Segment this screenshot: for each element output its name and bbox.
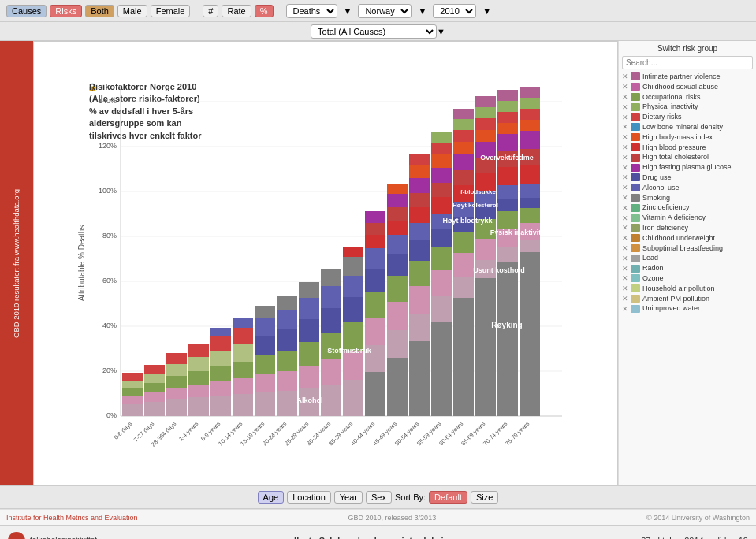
svg-rect-103 [409,261,430,286]
svg-text:120%: 120% [99,142,117,150]
sex-filter-button[interactable]: Sex [366,491,392,504]
legend-item[interactable]: ✕ Childhood underweight [622,234,753,243]
svg-rect-29 [166,388,187,399]
legend-panel: Switch risk group ✕ Intimate partner vio… [618,41,756,485]
legend-item[interactable]: ✕ Physical inactivity [622,102,753,111]
svg-rect-130 [453,170,474,185]
legend-item-label: High blood pressure [642,143,706,152]
legend-x-icon: ✕ [622,123,628,131]
legend-item-label: Zinc deficiency [642,203,690,212]
legend-item[interactable]: ✕ Dietary risks [622,113,753,121]
left-sidebar: GBD 2010 resultater: fra www.healthdata.… [0,41,33,485]
causes-button[interactable]: Causes [6,5,47,17]
svg-text:Stoffmisbruk: Stoffmisbruk [327,347,371,355]
legend-item[interactable]: ✕ Ozone [622,274,753,283]
rate-button[interactable]: Rate [222,5,251,17]
svg-text:Usunt kosthold: Usunt kosthold [473,266,525,274]
svg-rect-60 [277,310,297,329]
legend-item[interactable]: ✕ Ambient PM pollution [622,295,753,303]
svg-rect-133 [453,130,474,142]
male-button[interactable]: Male [117,5,147,17]
legend-search[interactable] [622,56,753,69]
legend-item[interactable]: ✕ High blood pressure [622,143,753,152]
location-filter-button[interactable]: Location [287,491,331,504]
svg-rect-104 [409,240,430,261]
legend-item[interactable]: ✕ Unimproved water [622,304,753,313]
both-button[interactable]: Both [85,5,114,17]
svg-rect-121 [431,143,452,154]
legend-item[interactable]: ✕ Household air pollution [622,284,753,293]
default-sort-button[interactable]: Default [429,491,467,504]
svg-rect-125 [453,253,474,277]
legend-item[interactable]: ✕ Smoking [622,194,753,203]
svg-rect-145 [475,130,496,142]
legend-item[interactable]: ✕ Occupational risks [622,93,753,102]
svg-rect-101 [409,314,430,341]
hash-button[interactable]: # [203,5,218,17]
svg-rect-68 [321,385,341,416]
country-select[interactable]: Norway [358,4,412,18]
svg-rect-96 [387,221,408,235]
svg-text:f-blodsukker: f-blodsukker [460,188,498,195]
legend-item[interactable]: ✕ Lead [622,254,753,262]
svg-rect-97 [387,207,408,221]
svg-rect-152 [497,211,518,229]
svg-rect-167 [520,184,540,198]
svg-rect-111 [431,322,452,416]
svg-text:Høyt kolesterol: Høyt kolesterol [452,202,498,209]
slide-label: slide [713,536,732,540]
slide-number: 19 [739,536,748,540]
svg-rect-43 [210,328,231,336]
metric-select[interactable]: Deaths [286,4,337,18]
svg-rect-163 [520,240,540,252]
svg-rect-69 [321,359,341,385]
svg-rect-124 [453,277,474,298]
svg-rect-25 [144,383,165,392]
female-button[interactable]: Female [151,5,191,17]
svg-rect-73 [321,269,341,286]
legend-item[interactable]: ✕ Low bone mineral density [622,123,753,132]
legend-item-label: Drug use [642,173,672,182]
svg-rect-89 [365,211,385,223]
legend-item[interactable]: ✕ Alcohol use [622,184,753,192]
legend-color-box [631,284,640,292]
year-filter-button[interactable]: Year [334,491,363,504]
svg-rect-56 [277,391,297,416]
legend-item[interactable]: ✕ Suboptimal breastfeeding [622,244,753,253]
legend-item[interactable]: ✕ High fasting plasma glucose [622,163,753,172]
legend-item[interactable]: ✕ Childhood sexual abuse [622,83,753,91]
svg-rect-40 [210,366,231,381]
svg-rect-159 [497,112,518,123]
legend-item[interactable]: ✕ Zinc deficiency [622,203,753,212]
svg-rect-98 [387,194,408,207]
org-name: folkehelseinstituttet [30,536,97,539]
legend-color-box [631,305,640,313]
legend-item[interactable]: ✕ Vitamin A deficiency [622,214,753,222]
footer-date: 27 oktober 2014 [641,536,704,540]
svg-text:0%: 0% [106,411,117,419]
svg-rect-42 [210,336,231,351]
age-filter-button[interactable]: Age [258,491,285,504]
legend-item[interactable]: ✕ Radon [622,264,753,273]
legend-item[interactable]: ✕ Iron deficiency [622,224,753,232]
legend-item[interactable]: ✕ High total cholesterol [622,153,753,162]
year-select[interactable]: 2010 [433,4,476,18]
svg-rect-94 [387,254,408,276]
risks-button[interactable]: Risks [50,5,82,17]
size-filter-button[interactable]: Size [471,491,498,504]
svg-rect-85 [365,269,385,292]
legend-item[interactable]: ✕ High body-mass index [622,133,753,142]
legend-item[interactable]: ✕ Intimate partner violence [622,72,753,81]
svg-rect-117 [431,197,452,214]
legend-color-box [631,295,640,303]
total-select[interactable]: Total (All Causes) [311,24,437,39]
svg-rect-54 [255,318,275,336]
pct-button[interactable]: % [255,5,274,17]
legend-item[interactable]: ✕ Drug use [622,173,753,182]
svg-rect-74 [343,380,363,416]
svg-text:40%: 40% [102,322,117,329]
svg-rect-65 [299,319,319,342]
svg-rect-100 [409,341,430,416]
svg-rect-38 [210,396,231,416]
legend-x-icon: ✕ [622,234,628,242]
